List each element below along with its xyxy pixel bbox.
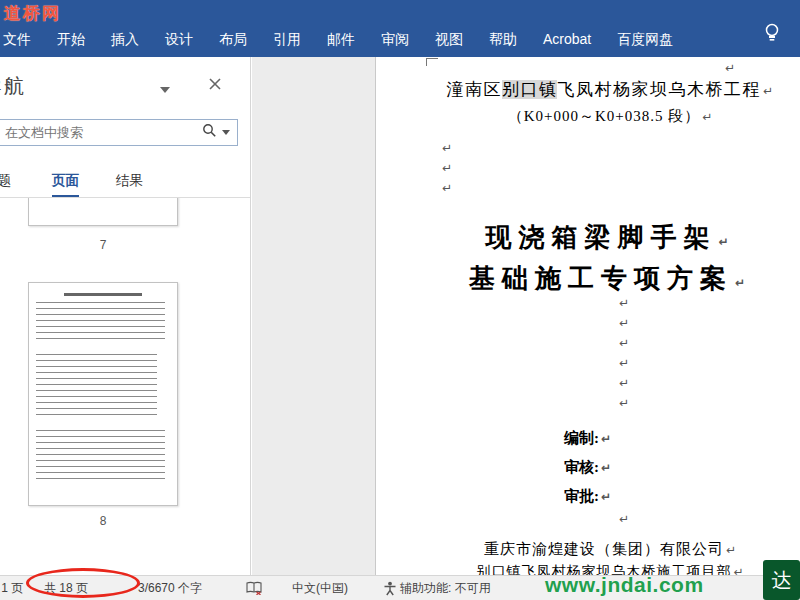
doc-heading-1-text: 现浇箱梁脚手架 bbox=[485, 223, 716, 252]
doc-subtitle-text: （K0+000～K0+038.5 段） bbox=[508, 108, 701, 124]
tab-baidu-netdisk[interactable]: 百度网盘 bbox=[604, 21, 686, 57]
navigation-pane: 导航 标题 页面 结果 bbox=[0, 57, 251, 575]
doc-heading-1[interactable]: 现浇箱梁脚手架↵ bbox=[376, 220, 800, 255]
watermark-jndai-logo: 达 bbox=[763, 560, 800, 600]
doc-subtitle-line[interactable]: （K0+000～K0+038.5 段）↵ bbox=[376, 107, 800, 126]
search-icon[interactable] bbox=[202, 123, 217, 142]
paragraph-mark: ↵ bbox=[601, 432, 611, 446]
paragraph-mark: ↵ bbox=[726, 543, 737, 557]
status-total-pages[interactable]: 共 18 页 bbox=[44, 580, 88, 597]
status-accessibility[interactable]: 辅助功能: 不可用 bbox=[400, 580, 491, 597]
thumb-text-heading bbox=[64, 293, 142, 296]
status-language[interactable]: 中文(中国) bbox=[292, 580, 348, 597]
document-workspace bbox=[252, 57, 375, 575]
nav-tab-pages[interactable]: 页面 bbox=[52, 172, 79, 198]
nav-tab-results[interactable]: 结果 bbox=[116, 172, 143, 195]
paragraph-mark: ↵ bbox=[702, 110, 713, 124]
paragraph-mark: ↵ bbox=[718, 235, 735, 249]
watermark-jndai-text: www.jndai.com bbox=[545, 573, 704, 597]
tab-help[interactable]: 帮助 bbox=[476, 21, 530, 57]
nav-tab-headings[interactable]: 标题 bbox=[0, 172, 11, 195]
doc-field-compile-label: 编制: bbox=[564, 430, 599, 446]
doc-field-approve-label: 审批: bbox=[564, 488, 599, 504]
doc-company-text: 重庆市渝煌建设（集团）有限公司 bbox=[484, 541, 724, 557]
paragraph-mark: ↵ bbox=[725, 61, 735, 75]
thumb-text-block bbox=[36, 302, 165, 344]
thumbnail-label-7: 7 bbox=[28, 238, 178, 252]
paragraph-mark: ↵ bbox=[601, 490, 611, 504]
paragraph-mark: ↵ bbox=[619, 336, 629, 350]
search-box[interactable] bbox=[0, 119, 238, 146]
doc-field-compile[interactable]: 编制:↵ bbox=[564, 429, 611, 448]
ribbon-tab-strip: 文件 开始 插入 设计 布局 引用 邮件 审阅 视图 帮助 Acrobat 百度… bbox=[0, 21, 686, 57]
tab-design[interactable]: 设计 bbox=[152, 21, 206, 57]
thumbnail-label-8: 8 bbox=[28, 514, 178, 528]
paragraph-mark: ↵ bbox=[619, 316, 629, 330]
doc-title-suffix: 飞凤村杨家坝乌木桥工程 bbox=[557, 80, 761, 99]
paragraph-mark: ↵ bbox=[619, 356, 629, 370]
doc-field-review-label: 审核: bbox=[564, 459, 599, 475]
tell-me-lightbulb-icon[interactable] bbox=[763, 22, 781, 48]
thumb-text-block bbox=[36, 354, 157, 420]
paragraph-mark: ↵ bbox=[601, 461, 611, 475]
paragraph-mark: ↵ bbox=[442, 181, 452, 195]
thumbnail-page-8[interactable] bbox=[28, 282, 178, 506]
status-word-count[interactable]: 3/6670 个字 bbox=[138, 580, 202, 597]
chevron-down-icon[interactable] bbox=[160, 87, 170, 93]
paragraph-mark: ↵ bbox=[619, 296, 629, 310]
doc-title-highlight: 别口镇 bbox=[502, 80, 558, 99]
paragraph-mark: ↵ bbox=[442, 161, 452, 175]
tab-references[interactable]: 引用 bbox=[260, 21, 314, 57]
paragraph-mark: ↵ bbox=[735, 276, 752, 290]
doc-heading-2[interactable]: 基础施工专项方案↵ bbox=[376, 261, 800, 296]
proofing-errors-icon[interactable] bbox=[246, 581, 262, 598]
document-page[interactable]: ↵ 潼南区别口镇飞凤村杨家坝乌木桥工程↵ （K0+000～K0+038.5 段）… bbox=[375, 57, 800, 575]
nav-pane-title: 导航 bbox=[0, 73, 26, 100]
close-icon[interactable] bbox=[208, 77, 222, 95]
tab-mailings[interactable]: 邮件 bbox=[314, 21, 368, 57]
ribbon: 文件 开始 插入 设计 布局 引用 邮件 审阅 视图 帮助 Acrobat 百度… bbox=[0, 0, 800, 57]
tab-view[interactable]: 视图 bbox=[422, 21, 476, 57]
watermark-daoqiaowang: 道桥网 bbox=[4, 2, 61, 25]
paragraph-mark: ↵ bbox=[619, 376, 629, 390]
paragraph-mark: ↵ bbox=[619, 512, 629, 526]
paragraph-mark: ↵ bbox=[763, 84, 775, 98]
page-thumbnail-list: 7 8 bbox=[0, 198, 250, 575]
doc-title-prefix: 潼南区 bbox=[446, 80, 502, 99]
doc-title-line[interactable]: 潼南区别口镇飞凤村杨家坝乌木桥工程↵ bbox=[376, 78, 800, 101]
tab-insert[interactable]: 插入 bbox=[98, 21, 152, 57]
doc-field-review[interactable]: 审核:↵ bbox=[564, 458, 611, 477]
paragraph-mark: ↵ bbox=[442, 141, 452, 155]
thumb-text-block bbox=[36, 430, 165, 484]
accessibility-icon[interactable] bbox=[383, 581, 397, 599]
text-boundary-corner-mark bbox=[426, 58, 438, 66]
word-window: 文件 开始 插入 设计 布局 引用 邮件 审阅 视图 帮助 Acrobat 百度… bbox=[0, 0, 800, 600]
tab-review[interactable]: 审阅 bbox=[368, 21, 422, 57]
tab-acrobat[interactable]: Acrobat bbox=[530, 21, 604, 57]
nav-tab-strip: 标题 页面 结果 bbox=[0, 170, 250, 198]
tab-file[interactable]: 文件 bbox=[0, 21, 44, 57]
paragraph-mark: ↵ bbox=[619, 396, 629, 410]
thumbnail-page-7[interactable] bbox=[28, 198, 178, 226]
status-page-number[interactable]: 第 1 页 bbox=[0, 580, 23, 597]
doc-company-line[interactable]: 重庆市渝煌建设（集团）有限公司↵ bbox=[376, 540, 800, 559]
doc-heading-2-text: 基础施工专项方案 bbox=[469, 264, 733, 293]
tab-home[interactable]: 开始 bbox=[44, 21, 98, 57]
search-input[interactable] bbox=[0, 125, 202, 140]
search-dropdown-icon[interactable] bbox=[222, 130, 230, 135]
tab-layout[interactable]: 布局 bbox=[206, 21, 260, 57]
doc-field-approve[interactable]: 审批:↵ bbox=[564, 487, 611, 506]
